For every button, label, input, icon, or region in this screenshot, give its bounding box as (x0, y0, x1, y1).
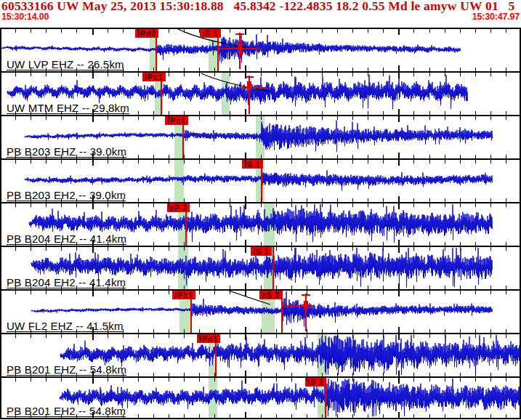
time-tick (153, 29, 154, 33)
pick-flag[interactable]: iS 1 (200, 29, 221, 38)
time-tick (245, 73, 246, 78)
time-tick (429, 334, 430, 338)
time-tick (169, 198, 169, 202)
time-tick (322, 247, 323, 251)
time-tick (352, 334, 353, 338)
time-tick (337, 286, 338, 289)
time-tick (322, 286, 323, 289)
time-tick (322, 414, 323, 418)
trace-panel[interactable]: iPc1eS 2UW FL2 EHZ -- 41.5km (0, 291, 521, 333)
time-tick (15, 378, 16, 381)
time-tick (214, 203, 215, 207)
time-tick (506, 111, 506, 115)
time-tick (108, 29, 108, 33)
time-tick (352, 73, 353, 76)
pick-flag[interactable]: eS 2 (259, 291, 283, 299)
time-tick (230, 414, 230, 418)
time-tick (368, 111, 368, 115)
time-tick (398, 378, 400, 384)
time-tick (214, 160, 215, 163)
amplitude-marker-cross (302, 294, 310, 296)
trace-panel[interactable]: iPc1UW MTM EHZ -- 29.8km (0, 73, 521, 115)
trace-panel[interactable]: iPd0iS 1UW LVP EHZ -- 26.5km (0, 29, 521, 71)
time-tick (230, 111, 230, 115)
time-tick (460, 116, 461, 120)
time-tick (123, 291, 124, 294)
time-tick (383, 286, 384, 289)
time-tick (15, 111, 16, 115)
time-tick (123, 198, 124, 202)
pick-flag[interactable]: eP 2 (167, 203, 190, 212)
time-tick (383, 111, 384, 115)
time-tick (92, 327, 94, 333)
time-tick (506, 198, 506, 202)
trace-panel[interactable]: iS 1PB B204 EH2 -- 41.4km (0, 247, 521, 289)
time-tick (475, 334, 476, 338)
pick-flag[interactable]: iPd1 (197, 334, 220, 343)
time-tick (475, 286, 476, 289)
time-tick (123, 160, 124, 163)
time-tick (76, 414, 77, 418)
time-tick (46, 203, 47, 207)
time-tick (46, 73, 47, 76)
time-tick (31, 291, 31, 294)
trace-panel[interactable]: iS 1PB B201 EH2 -- 54.8km (0, 378, 521, 418)
time-tick (307, 286, 307, 289)
time-tick (108, 198, 108, 202)
trace-panel[interactable]: iPc1PB B203 EHZ -- 39.0km (0, 116, 521, 158)
time-tick (307, 116, 307, 120)
time-tick (337, 198, 338, 202)
time-tick (108, 329, 108, 333)
time-tick (322, 378, 323, 381)
time-tick (276, 414, 277, 418)
time-tick (506, 242, 506, 246)
time-tick (199, 286, 200, 289)
time-tick (46, 414, 47, 418)
pick-flag[interactable]: iS 1 (305, 378, 326, 387)
trace-panel[interactable]: iS 1PB B203 EH2 -- 39.0km (0, 160, 521, 202)
time-tick (475, 29, 476, 33)
time-tick (337, 378, 338, 381)
time-tick (214, 414, 215, 418)
time-tick (15, 116, 16, 120)
time-tick (291, 286, 292, 289)
time-tick (245, 327, 246, 333)
trace-panel[interactable]: eP 2PB B204 EHZ -- 41.4km (0, 203, 521, 246)
time-tick (429, 329, 430, 333)
time-tick (153, 198, 154, 202)
time-tick (46, 198, 47, 202)
time-tick (61, 414, 62, 418)
time-tick (61, 242, 62, 246)
time-tick (383, 116, 384, 120)
time-tick (490, 155, 491, 158)
trace-panel[interactable]: iPd1PB B201 EHZ -- 54.8km (0, 334, 521, 376)
time-tick (490, 198, 491, 202)
time-tick (138, 198, 139, 202)
time-tick (460, 73, 461, 76)
time-tick (76, 203, 77, 207)
time-tick (61, 373, 62, 376)
time-tick (245, 247, 246, 253)
amplitude-marker-line[interactable] (305, 294, 307, 331)
time-tick (398, 371, 400, 376)
time-tick (490, 242, 491, 246)
time-tick (46, 373, 47, 376)
time-tick (199, 247, 200, 251)
pick-line[interactable] (272, 247, 274, 289)
time-tick (123, 29, 124, 33)
time-tick (199, 373, 200, 376)
time-tick (138, 155, 139, 158)
time-tick (322, 242, 323, 246)
time-tick (352, 414, 353, 418)
time-tick (92, 160, 94, 166)
time-tick (368, 378, 368, 381)
time-tick (138, 291, 139, 294)
time-tick (368, 286, 368, 289)
time-tick (368, 334, 368, 338)
time-tick (291, 291, 292, 294)
time-tick (460, 291, 461, 294)
time-tick (429, 68, 430, 71)
time-tick (291, 198, 292, 202)
time-tick (322, 198, 323, 202)
time-tick (138, 203, 139, 207)
